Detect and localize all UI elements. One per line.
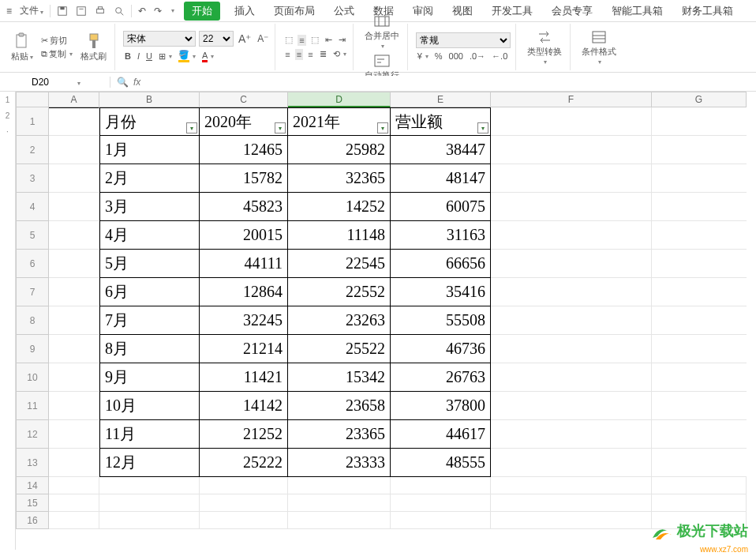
row-header[interactable]: 4 bbox=[16, 193, 49, 221]
fill-color-button[interactable]: 🪣 bbox=[177, 49, 197, 63]
cell[interactable]: 15342 bbox=[288, 363, 391, 392]
cell[interactable]: 31163 bbox=[391, 221, 491, 250]
cell[interactable]: 14252 bbox=[288, 193, 391, 221]
font-color-button[interactable]: A bbox=[200, 50, 215, 63]
copy-button[interactable]: ⧉复制 bbox=[39, 47, 74, 61]
cell[interactable] bbox=[491, 363, 652, 392]
col-header-C[interactable]: C bbox=[200, 92, 288, 107]
cell[interactable]: 55508 bbox=[391, 306, 491, 335]
cell[interactable]: 11421 bbox=[200, 363, 288, 392]
cell[interactable] bbox=[652, 392, 747, 420]
cell[interactable]: 66656 bbox=[391, 250, 491, 278]
align-top-icon[interactable]: ⬚ bbox=[283, 34, 294, 46]
cell[interactable] bbox=[652, 494, 747, 512]
cell[interactable] bbox=[49, 363, 99, 392]
cell[interactable]: 45823 bbox=[200, 193, 288, 221]
cell[interactable]: 21214 bbox=[200, 335, 288, 363]
cell[interactable] bbox=[49, 193, 99, 221]
cell[interactable] bbox=[652, 363, 747, 392]
tab-member[interactable]: 会员专享 bbox=[547, 2, 597, 21]
cell[interactable]: 23333 bbox=[288, 449, 391, 477]
row-header[interactable]: 14 bbox=[16, 477, 49, 494]
tab-insert[interactable]: 插入 bbox=[230, 2, 260, 21]
cell[interactable]: 8月 bbox=[99, 335, 200, 363]
save-icon[interactable] bbox=[54, 4, 71, 18]
cell[interactable] bbox=[491, 306, 652, 335]
cell[interactable]: 22552 bbox=[288, 278, 391, 306]
cell[interactable]: 23658 bbox=[288, 392, 391, 420]
cell[interactable]: 48555 bbox=[391, 449, 491, 477]
cut-button[interactable]: ✂剪切 bbox=[39, 34, 74, 47]
formula-input[interactable] bbox=[145, 76, 698, 88]
row-header[interactable]: 5 bbox=[16, 221, 49, 250]
cell[interactable] bbox=[288, 494, 391, 512]
cell[interactable] bbox=[99, 494, 200, 512]
italic-button[interactable]: I bbox=[136, 51, 141, 62]
cell[interactable]: 44111 bbox=[200, 250, 288, 278]
row-header[interactable]: 2 bbox=[16, 136, 49, 164]
conditional-format-button[interactable]: 条件格式 bbox=[578, 28, 619, 67]
cell[interactable]: 14142 bbox=[200, 392, 288, 420]
align-bottom-icon[interactable]: ⬚ bbox=[309, 34, 320, 46]
cell[interactable] bbox=[49, 164, 99, 193]
cell[interactable] bbox=[652, 335, 747, 363]
filter-button[interactable]: ▾ bbox=[477, 122, 488, 133]
cell[interactable]: 12864 bbox=[200, 278, 288, 306]
comma-icon[interactable]: 000 bbox=[447, 51, 465, 62]
file-menu[interactable]: 文件 bbox=[17, 2, 47, 19]
cell[interactable] bbox=[49, 278, 99, 306]
indent-decrease-icon[interactable]: ⇤ bbox=[324, 34, 334, 46]
print-icon[interactable] bbox=[92, 4, 109, 18]
cell[interactable] bbox=[491, 477, 652, 494]
cell[interactable] bbox=[288, 477, 391, 494]
cell[interactable] bbox=[491, 278, 652, 306]
font-name-select[interactable]: 宋体 bbox=[123, 31, 196, 47]
cell[interactable]: 35416 bbox=[391, 278, 491, 306]
cell[interactable]: 10月 bbox=[99, 392, 200, 420]
cell[interactable] bbox=[491, 420, 652, 449]
qat-dropdown[interactable] bbox=[167, 6, 178, 16]
cell[interactable] bbox=[49, 392, 99, 420]
cell[interactable] bbox=[49, 221, 99, 250]
cell[interactable] bbox=[491, 494, 652, 512]
cell[interactable] bbox=[99, 477, 200, 494]
align-right-icon[interactable]: ≡ bbox=[306, 49, 314, 60]
tab-start[interactable]: 开始 bbox=[184, 2, 220, 21]
increase-font-icon[interactable]: A⁺ bbox=[237, 32, 253, 46]
percent-icon[interactable]: % bbox=[433, 51, 444, 62]
row-header[interactable]: 10 bbox=[16, 363, 49, 392]
cell[interactable]: 60075 bbox=[391, 193, 491, 221]
cell[interactable] bbox=[652, 221, 747, 250]
cell[interactable] bbox=[288, 512, 391, 529]
tab-devtools[interactable]: 开发工具 bbox=[487, 2, 537, 21]
cell[interactable]: 32245 bbox=[200, 306, 288, 335]
name-box[interactable] bbox=[0, 77, 110, 88]
bold-button[interactable]: B bbox=[123, 51, 133, 62]
increase-decimal-icon[interactable]: .0→ bbox=[468, 51, 487, 62]
decrease-font-icon[interactable]: A⁻ bbox=[256, 32, 270, 45]
cell[interactable]: 26763 bbox=[391, 363, 491, 392]
cell[interactable] bbox=[491, 392, 652, 420]
fx-icon[interactable]: fx bbox=[133, 77, 140, 88]
fx-search-icon[interactable]: 🔍 bbox=[117, 77, 129, 88]
row-header[interactable]: 7 bbox=[16, 278, 49, 306]
tab-review[interactable]: 审阅 bbox=[408, 2, 438, 21]
cell[interactable]: 5月 bbox=[99, 250, 200, 278]
cell[interactable] bbox=[49, 420, 99, 449]
align-middle-icon[interactable]: ≡ bbox=[298, 35, 305, 46]
tab-finance[interactable]: 财务工具箱 bbox=[677, 2, 738, 21]
cell[interactable]: 2020年▾ bbox=[200, 107, 288, 136]
cell[interactable] bbox=[49, 494, 99, 512]
cell[interactable]: 营业额▾ bbox=[391, 107, 491, 136]
row-header[interactable]: 3 bbox=[16, 164, 49, 193]
name-box-dropdown[interactable] bbox=[76, 77, 80, 88]
type-convert-button[interactable]: 类型转换 bbox=[524, 28, 565, 67]
cell[interactable]: 1月 bbox=[99, 136, 200, 164]
outline-level-1[interactable]: 1 bbox=[0, 92, 15, 107]
border-button[interactable]: ⊞ bbox=[157, 51, 174, 62]
cell[interactable] bbox=[49, 477, 99, 494]
cell[interactable]: 2021年▾ bbox=[288, 107, 391, 136]
row-header[interactable]: 11 bbox=[16, 392, 49, 420]
cell[interactable]: 38447 bbox=[391, 136, 491, 164]
cell[interactable] bbox=[491, 512, 652, 529]
